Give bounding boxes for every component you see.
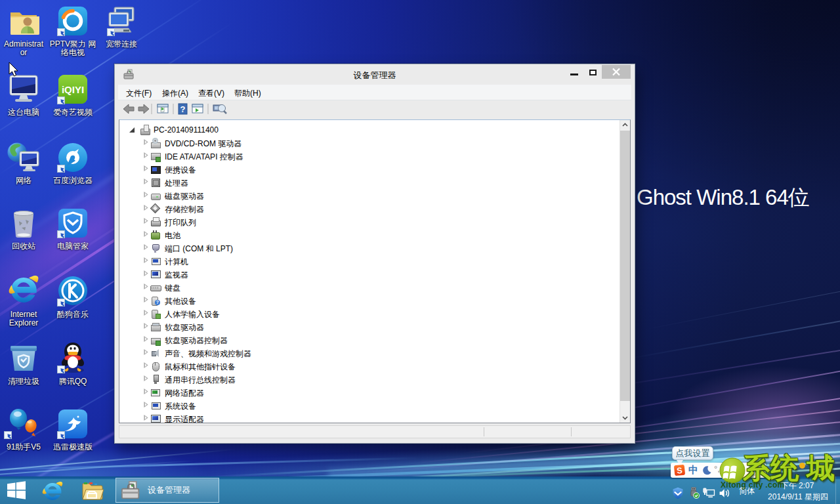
svg-text:iQIYI: iQIYI — [62, 84, 84, 95]
svg-text:S: S — [677, 466, 683, 476]
svg-text:?: ? — [180, 104, 186, 114]
